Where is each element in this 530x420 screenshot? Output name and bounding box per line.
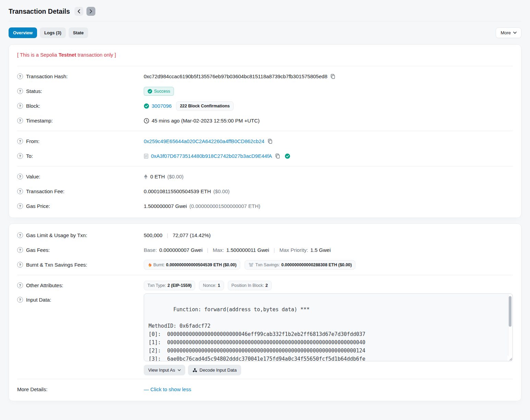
chevron-down-icon (178, 369, 181, 371)
next-transaction-button[interactable] (86, 7, 95, 16)
gas-fees-row: ?Gas Fees: Base: 0.000000007 Gwei | Max:… (17, 243, 513, 257)
pipe-separator: | (165, 232, 170, 238)
gas-limit-value: 500,000 (144, 232, 162, 238)
help-icon[interactable]: ? (17, 73, 23, 79)
to-address-link[interactable]: 0xA3f07D6773514480b918C2742b027b3acD9E44… (151, 153, 272, 159)
transaction-hash-row: ?Transaction Hash: 0xc72d984ccac6190b5f1… (17, 69, 513, 84)
max-fee-label: Max: (213, 247, 224, 253)
row-label: Gas Limit & Usage by Txn: (26, 232, 87, 238)
max-fee-value: 1.500000011 Gwei (226, 247, 269, 253)
base-fee-value: 0.000000007 Gwei (159, 247, 202, 253)
divider (17, 131, 513, 131)
block-row: ?Block: 3007096 222 Block Confirmations (17, 98, 513, 113)
timestamp-value: 45 mins ago (Mar-02-2023 12:55:00 PM +UT… (152, 118, 260, 124)
divider (17, 275, 513, 275)
row-label: From: (26, 138, 39, 144)
value-amount: 0 ETH (150, 174, 165, 179)
help-icon[interactable]: ? (17, 88, 23, 94)
value-usd: ($0.00) (167, 174, 184, 179)
page-header: Transaction Details (0, 0, 530, 21)
help-icon[interactable]: ? (17, 247, 23, 253)
row-label: Value: (26, 174, 40, 179)
attribute-badge-txn-type: Txn Type: 2 (EIP-1559) (144, 281, 195, 290)
attribute-badge-nonce: Nonce: 1 (199, 281, 224, 290)
txn-savings-value: 0.000000000000288308 ETH ($0.00) (281, 262, 352, 267)
txn-savings-badge: Txn Savings: 0.000000000000288308 ETH ($… (245, 260, 355, 270)
burnt-fees-row: ?Burnt & Txn Savings Fees: Burnt: 0.0000… (17, 257, 513, 272)
row-label: Block: (26, 103, 40, 109)
more-button[interactable]: More (496, 27, 521, 38)
txn-savings-label: Txn Savings: (255, 262, 280, 267)
timestamp-row: ?Timestamp: 45 mins ago (Mar-02-2023 12:… (17, 113, 513, 128)
copy-icon (268, 139, 273, 144)
gas-limit-row: ?Gas Limit & Usage by Txn: 500,000 | 72,… (17, 228, 513, 243)
prev-transaction-button[interactable] (74, 7, 83, 16)
row-label: Other Attributes: (26, 282, 63, 288)
block-check-icon (144, 103, 149, 109)
value-row: ?Value: 0 ETH ($0.00) (17, 169, 513, 184)
clock-icon (144, 118, 149, 124)
tabs-bar: Overview Logs (3) State More (0, 21, 530, 44)
help-icon[interactable]: ? (17, 138, 23, 144)
input-scrollbar[interactable] (508, 294, 512, 361)
show-less-link[interactable]: — Click to show less (144, 386, 191, 392)
copy-icon (330, 74, 335, 79)
block-link[interactable]: 3007096 (152, 103, 172, 109)
from-address-link[interactable]: 0x259c49E65644a020C2A642260a4ffB0CD862cb… (144, 138, 264, 144)
row-label: To: (26, 153, 33, 159)
help-icon[interactable]: ? (17, 203, 23, 209)
divider (17, 166, 513, 166)
help-icon[interactable]: ? (17, 153, 23, 159)
more-details-row: More Details: — Click to show less (17, 382, 513, 397)
input-data-textarea[interactable]: Function: forward(address to,bytes data)… (144, 293, 513, 361)
help-icon[interactable]: ? (17, 297, 23, 303)
fee-usd: ($0.00) (213, 188, 230, 194)
input-scrollbar-thumb[interactable] (509, 296, 511, 327)
burnt-badge: Burnt: 0.000000000000504539 ETH ($0.00) (144, 260, 240, 270)
verified-check-icon (285, 153, 290, 159)
eth-icon (144, 174, 148, 179)
tab-overview[interactable]: Overview (9, 27, 37, 38)
other-attributes-row: ?Other Attributes: Txn Type: 2 (EIP-1559… (17, 278, 513, 293)
more-details-label: More Details: (17, 386, 47, 392)
copy-from-button[interactable] (267, 139, 273, 144)
divider (17, 66, 513, 66)
tab-logs[interactable]: Logs (3) (40, 27, 66, 38)
fee-amount: 0.000108115500504539 ETH (144, 188, 211, 194)
transaction-hash-value: 0xc72d984ccac6190b5f135576eb97b03604bc81… (144, 73, 327, 79)
decode-input-data-button[interactable]: Decode Input Data (188, 365, 241, 375)
tab-state[interactable]: State (69, 27, 88, 38)
row-label: Gas Price: (26, 203, 50, 209)
flame-icon (148, 262, 152, 267)
help-icon[interactable]: ? (17, 103, 23, 109)
row-label: Gas Fees: (26, 247, 50, 253)
help-icon[interactable]: ? (17, 232, 23, 238)
help-icon[interactable]: ? (17, 118, 23, 124)
help-icon[interactable]: ? (17, 282, 23, 288)
copy-to-button[interactable] (274, 153, 281, 159)
help-icon[interactable]: ? (17, 188, 23, 194)
chevron-right-icon (90, 9, 92, 13)
help-icon[interactable]: ? (17, 262, 23, 268)
resize-handle-icon[interactable] (507, 356, 512, 361)
pipe-separator: | (205, 247, 210, 253)
row-label: Burnt & Txn Savings Fees: (26, 262, 87, 268)
base-fee-label: Base: (144, 247, 157, 253)
transaction-fee-row: ?Transaction Fee: 0.000108115500504539 E… (17, 184, 513, 199)
divider (17, 379, 513, 379)
check-circle-icon (148, 89, 152, 94)
burnt-value: 0.000000000000504539 ETH ($0.00) (166, 262, 236, 267)
testnet-notice: [ This is a Sepolia Testnet transaction … (17, 49, 513, 63)
help-icon[interactable]: ? (17, 174, 23, 179)
gas-price-value: 1.500000007 Gwei (144, 203, 187, 209)
banknote-wings-icon (248, 262, 254, 267)
gas-price-row: ?Gas Price: 1.500000007 Gwei (0.00000000… (17, 199, 513, 213)
status-row: ?Status: Success (17, 84, 513, 98)
row-label: Transaction Fee: (26, 188, 64, 194)
view-input-as-button[interactable]: View Input As (144, 365, 185, 375)
chevron-down-icon (513, 32, 517, 34)
burnt-label: Burnt: (153, 262, 165, 267)
pipe-separator: | (272, 247, 277, 253)
copy-hash-button[interactable] (330, 74, 336, 79)
overview-card: [ This is a Sepolia Testnet transaction … (9, 44, 521, 218)
